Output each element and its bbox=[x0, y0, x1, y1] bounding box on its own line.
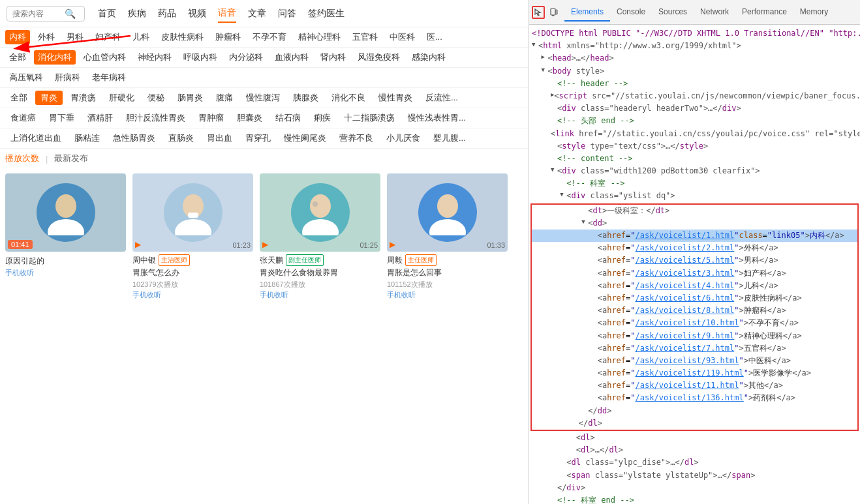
code-line[interactable]: ▼<html xmlns="http://www.w3.org/1999/xht… bbox=[529, 40, 860, 52]
search-box[interactable]: 🔍 bbox=[7, 6, 85, 22]
nav-medicine[interactable]: 药品 bbox=[158, 5, 176, 22]
code-line[interactable]: <!-- header --> bbox=[529, 78, 860, 90]
code-line[interactable]: <a href="/ask/voicelist/3.html">妇产科</a> bbox=[532, 267, 857, 280]
tab-elements[interactable]: Elements bbox=[564, 3, 610, 22]
cat-ganran[interactable]: 感染内科 bbox=[408, 50, 450, 65]
sub-yingerfuzhang[interactable]: 婴儿腹... bbox=[428, 131, 471, 145]
sub-weichuankong[interactable]: 胃穿孔 bbox=[240, 131, 276, 145]
tab-network[interactable]: Network bbox=[694, 3, 735, 22]
code-line[interactable]: ▶<head>…</head> bbox=[529, 52, 860, 65]
sub-jiujinggan[interactable]: 酒精肝 bbox=[82, 111, 118, 125]
phone-btn-3[interactable]: 手机收听 bbox=[260, 291, 288, 299]
sub-yingyangbuliang[interactable]: 营养不良 bbox=[334, 131, 378, 145]
phone-btn-1[interactable]: 手机收听 bbox=[5, 269, 34, 276]
code-line[interactable]: <a href="/ask/voicelist/119.html">医学影像学<… bbox=[532, 367, 857, 379]
code-line[interactable]: <!-- 头部 end --> bbox=[529, 115, 860, 127]
code-area[interactable]: <!DOCTYPE html PUBLIC "-//W3C//DTD XHTML… bbox=[529, 25, 860, 504]
video-card-3[interactable]: ▶ 01:25 张天鹏 副主任医师 胃炎吃什么食物最养胃 101867次播放 手… bbox=[260, 173, 380, 303]
nav-doctor[interactable]: 签约医生 bbox=[308, 5, 345, 22]
tab-console[interactable]: Console bbox=[610, 3, 652, 22]
sub-xiaoeryanche[interactable]: 小儿厌食 bbox=[381, 131, 425, 145]
sub-bianjie[interactable]: 便秘 bbox=[142, 91, 170, 105]
sub-weixiachui[interactable]: 胃下垂 bbox=[44, 111, 80, 125]
cat-all-2[interactable]: 全部 bbox=[5, 50, 30, 65]
sub-manxingfuxie[interactable]: 慢性腹泻 bbox=[241, 91, 285, 105]
search-input[interactable] bbox=[12, 9, 65, 18]
phone-btn-2[interactable]: 手机收听 bbox=[132, 291, 161, 299]
code-line[interactable]: <a href="/ask/voicelist/2.html">外科</a> bbox=[532, 242, 857, 254]
code-line[interactable]: <!-- 科室 end --> bbox=[529, 494, 860, 504]
sub-danchuangyan[interactable]: 胆囊炎 bbox=[232, 111, 268, 125]
cat-item-pifuke[interactable]: 皮肤性病科 bbox=[157, 30, 207, 44]
cat-huxi[interactable]: 呼吸内科 bbox=[179, 50, 221, 65]
nav-disease[interactable]: 疾病 bbox=[128, 5, 146, 22]
tab-sources[interactable]: Sources bbox=[652, 3, 694, 22]
sub-weichuixue[interactable]: 胃出血 bbox=[202, 131, 238, 145]
cat-item-more[interactable]: 医... bbox=[423, 30, 446, 44]
code-line[interactable]: <link href="//static.youlai.cn/css/youla… bbox=[529, 128, 860, 140]
sub-manlanyiyan[interactable]: 慢性阑尾炎 bbox=[279, 131, 331, 145]
code-line[interactable]: <a href="/ask/voicelist/7.html">五官科</a> bbox=[532, 342, 857, 355]
element-picker-icon[interactable] bbox=[532, 6, 545, 19]
code-line[interactable]: ▼<div class="yslist dq"> bbox=[529, 190, 860, 202]
code-line[interactable]: <!-- 科室 --> bbox=[529, 177, 860, 190]
cat-item-jingshenlike[interactable]: 精神心理科 bbox=[294, 30, 345, 44]
code-line[interactable]: <div class="headeryl headerTwo">…</div> bbox=[529, 102, 860, 115]
sub-changnianlian[interactable]: 肠粘连 bbox=[69, 131, 105, 145]
sub-weizhongliu[interactable]: 胃肿瘤 bbox=[193, 111, 229, 125]
tab-performance[interactable]: Performance bbox=[735, 3, 793, 22]
phone-btn-4[interactable]: 手机收听 bbox=[387, 291, 416, 299]
cat-xiaohuaneike[interactable]: 消化内科 bbox=[34, 50, 76, 65]
cat-laonian[interactable]: 老年病科 bbox=[88, 70, 130, 85]
cat-item-fuchanke[interactable]: 妇产科 bbox=[91, 30, 125, 44]
code-line[interactable]: ▼<dd> bbox=[532, 217, 857, 230]
code-line[interactable]: <!-- content --> bbox=[529, 153, 860, 165]
cat-ganbing[interactable]: 肝病科 bbox=[51, 70, 84, 85]
cat-shennei[interactable]: 肾内科 bbox=[316, 50, 350, 65]
video-card-4[interactable]: ▶ 01:33 周毅 主任医师 胃胀是怎么回事 101152次播放 手机收听 bbox=[387, 173, 508, 303]
code-line[interactable]: <dl>…</dl> bbox=[529, 444, 860, 456]
cat-item-buyunbuyu[interactable]: 不孕不育 bbox=[249, 30, 290, 44]
code-line[interactable]: <a href="/ask/voicelist/11.html">其他</a> bbox=[532, 379, 857, 392]
sub-shidaoai[interactable]: 食道癌 bbox=[5, 111, 41, 125]
sub-jixingchangweiyan[interactable]: 急性肠胃炎 bbox=[108, 131, 161, 145]
video-card-2[interactable]: ▶ 01:23 周中银 主治医师 胃胀气怎么办 102379次播放 手机收听 bbox=[132, 173, 253, 303]
code-line[interactable]: <a href="/ask/voicelist/93.html">中医科</a> bbox=[532, 355, 857, 367]
code-line[interactable]: ▼<div class="width1200 pdBottom30 clearf… bbox=[529, 165, 860, 177]
code-line[interactable]: <a href="/ask/voicelist/10.html">不孕不育</a… bbox=[532, 317, 857, 329]
tab-memory[interactable]: Memory bbox=[793, 3, 835, 22]
cat-item-zhongliuke[interactable]: 肿瘤科 bbox=[211, 30, 245, 44]
sub-danzhi[interactable]: 胆汁反流性胃炎 bbox=[121, 111, 191, 125]
sub-shierzhichangkuiyang[interactable]: 十二指肠溃疡 bbox=[339, 111, 400, 125]
sub-weikuiyang[interactable]: 胃溃疡 bbox=[65, 91, 101, 105]
code-line[interactable]: <a href="/ask/voicelist/9.html">精神心理科</a… bbox=[532, 330, 857, 342]
sub-manweiyan[interactable]: 慢性胃炎 bbox=[373, 91, 418, 105]
sub-ganyinghua[interactable]: 肝硬化 bbox=[104, 91, 140, 105]
sub-zhichangyan[interactable]: 直肠炎 bbox=[163, 131, 199, 145]
cat-item-nanke[interactable]: 男科 bbox=[63, 30, 87, 44]
sub-yixianyan[interactable]: 胰腺炎 bbox=[288, 91, 324, 105]
sub-weiyan[interactable]: 胃炎 bbox=[35, 91, 63, 105]
cat-shenjing[interactable]: 神经内科 bbox=[134, 50, 176, 65]
code-line[interactable]: </dl> bbox=[532, 417, 857, 430]
cat-item-neike[interactable]: 内科 bbox=[5, 30, 30, 44]
video-card-1[interactable]: 01:41 原因引起的 手机收听 bbox=[5, 173, 126, 303]
nav-article[interactable]: 文章 bbox=[248, 5, 266, 22]
sub-all[interactable]: 全部 bbox=[5, 91, 33, 105]
sub-liji[interactable]: 痢疾 bbox=[309, 111, 336, 125]
cat-xinxue[interactable]: 心血管内科 bbox=[80, 50, 130, 65]
sort-plays[interactable]: 播放次数 bbox=[5, 153, 39, 164]
code-line[interactable]: <dt>一级科室：</dt> bbox=[532, 205, 857, 217]
sub-shangxiaohua[interactable]: 上消化道出血 bbox=[5, 131, 67, 145]
nav-video[interactable]: 视频 bbox=[188, 5, 206, 22]
sub-fanliuxing[interactable]: 反流性... bbox=[420, 91, 463, 105]
code-line[interactable]: </div> bbox=[529, 482, 860, 494]
search-icon[interactable]: 🔍 bbox=[65, 8, 76, 19]
cat-item-zhongyike[interactable]: 中医科 bbox=[386, 30, 419, 44]
code-line[interactable]: <a href="/ask/voicelist/1.html" class="l… bbox=[532, 230, 857, 242]
code-line[interactable]: <a href="/ask/voicelist/6.html">皮肤性病科</a… bbox=[532, 292, 857, 304]
sort-newest[interactable]: 最新发布 bbox=[54, 153, 88, 164]
code-line[interactable]: <style type="text/css">…</style> bbox=[529, 140, 860, 153]
cat-item-wuguanke[interactable]: 五官科 bbox=[348, 30, 382, 44]
sub-fuer[interactable]: 腹痛 bbox=[211, 91, 238, 105]
